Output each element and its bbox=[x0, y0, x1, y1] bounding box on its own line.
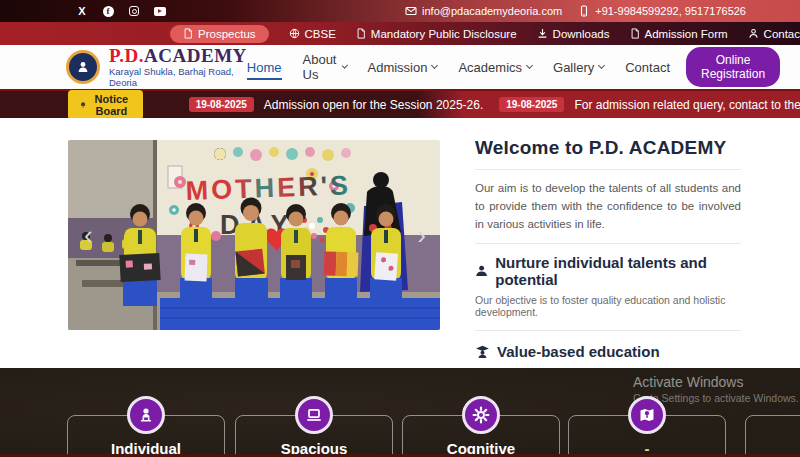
notice-ticker: 19-08-2025 Admission open for the Sessio… bbox=[189, 97, 800, 112]
feature-item: Nurture individual talents and potential… bbox=[475, 254, 741, 318]
prospectus-button[interactable]: Prospectus bbox=[170, 25, 269, 43]
phone-link[interactable]: +91-9984599292, 9517176526 bbox=[578, 5, 746, 17]
notice-date-badge: 19-08-2025 bbox=[499, 97, 564, 112]
notice-board-label: Notice Board bbox=[92, 93, 130, 117]
chevron-down-icon bbox=[526, 62, 533, 69]
youtube-icon[interactable] bbox=[154, 5, 166, 17]
document-icon bbox=[356, 28, 366, 39]
quick-links-bar: Prospectus CBSE Mandatory Public Disclos… bbox=[0, 22, 800, 45]
facilities-section: Activate Windows Go to Settings to activ… bbox=[0, 368, 800, 457]
main-nav: Home About Us Admission Academics Galler… bbox=[247, 52, 670, 82]
welcome-title: Welcome to P.D. ACADEMY bbox=[475, 137, 741, 159]
contact-info: info@pdacademydeoria.com +91-9984599292,… bbox=[405, 5, 746, 17]
feature-title: Nurture individual talents and potential bbox=[495, 254, 741, 288]
brand-text: P.D.ACADEMY Karayal Shukla, Barhaj Road,… bbox=[109, 46, 247, 89]
admission-form-label: Admission Form bbox=[645, 28, 728, 40]
notice-date-badge: 19-08-2025 bbox=[189, 97, 254, 112]
cbse-link[interactable]: CBSE bbox=[289, 28, 336, 40]
person-podium-icon bbox=[127, 396, 165, 434]
feature-title: Value-based education bbox=[497, 343, 660, 360]
school-address: Karayal Shukla, Barhaj Road, Deoria bbox=[109, 66, 247, 88]
envelope-icon bbox=[405, 5, 417, 17]
download-icon bbox=[537, 28, 548, 39]
school-logo bbox=[66, 50, 100, 84]
instagram-icon[interactable] bbox=[128, 5, 140, 17]
nav-about-us[interactable]: About Us bbox=[303, 52, 347, 82]
notice-board-button[interactable]: Notice Board bbox=[68, 90, 143, 120]
school-name-secondary: ACADEMY bbox=[144, 45, 247, 66]
chevron-down-icon bbox=[431, 62, 438, 69]
x-twitter-icon[interactable]: X bbox=[76, 5, 88, 17]
chevron-down-icon bbox=[342, 62, 348, 68]
divider bbox=[475, 330, 741, 331]
facility-card-cognitive[interactable]: Cognitive bbox=[402, 415, 560, 457]
feature-description: Our objective is to foster quality educa… bbox=[475, 294, 741, 318]
phone-text: +91-9984599292, 9517176526 bbox=[595, 5, 746, 17]
divider bbox=[475, 243, 741, 244]
nav-admission[interactable]: Admission bbox=[367, 60, 437, 75]
divider bbox=[475, 169, 741, 170]
contact-us-link[interactable]: Contact Us bbox=[748, 28, 800, 40]
contact-us-label: Contact Us bbox=[764, 28, 800, 40]
carousel-prev-button[interactable]: ‹ bbox=[84, 222, 93, 248]
admission-form-link[interactable]: Admission Form bbox=[630, 28, 728, 40]
prospectus-label: Prospectus bbox=[198, 28, 256, 40]
disclosure-label: Mandatory Public Disclosure bbox=[371, 28, 517, 40]
person-icon bbox=[748, 28, 759, 39]
notice-text: Admission open for the Session 2025-26. bbox=[264, 98, 483, 112]
document-icon bbox=[183, 28, 193, 39]
globe-icon bbox=[289, 28, 300, 39]
notice-item: 19-08-2025 For admission related query, … bbox=[499, 97, 800, 112]
mothers-day-photo: MOTHER'S DAY bbox=[68, 140, 440, 330]
watermark-title: Activate Windows bbox=[633, 374, 799, 390]
welcome-section: Welcome to P.D. ACADEMY Our aim is to de… bbox=[475, 137, 741, 390]
mobile-phone-icon bbox=[578, 5, 590, 17]
nav-home[interactable]: Home bbox=[247, 60, 282, 80]
facility-card-4[interactable]: - bbox=[568, 415, 726, 457]
carousel-next-button[interactable]: › bbox=[417, 222, 426, 248]
nav-gallery[interactable]: Gallery bbox=[553, 60, 604, 75]
notice-item: 19-08-2025 Admission open for the Sessio… bbox=[189, 97, 484, 112]
person-bust-icon bbox=[475, 264, 488, 278]
facility-card-partial[interactable] bbox=[745, 415, 800, 457]
gear-icon bbox=[462, 396, 500, 434]
facility-card-individual[interactable]: Individual bbox=[67, 415, 225, 457]
welcome-intro: Our aim is to develop the talents of all… bbox=[475, 180, 741, 233]
nav-contact[interactable]: Contact bbox=[625, 60, 670, 75]
site-header: P.D.ACADEMY Karayal Shukla, Barhaj Road,… bbox=[0, 45, 800, 91]
school-name: P.D.ACADEMY bbox=[109, 46, 247, 66]
chevron-down-icon bbox=[598, 62, 605, 69]
brand-logo-group[interactable]: P.D.ACADEMY Karayal Shukla, Barhaj Road,… bbox=[66, 46, 247, 89]
main-content: MOTHER'S DAY bbox=[0, 118, 800, 368]
notice-text: For admission related query, contact to … bbox=[574, 98, 800, 112]
cbse-label: CBSE bbox=[305, 28, 336, 40]
graduate-icon bbox=[475, 345, 490, 359]
mandatory-public-disclosure-link[interactable]: Mandatory Public Disclosure bbox=[356, 28, 517, 40]
laptop-icon bbox=[295, 396, 333, 434]
email-text: info@pdacademydeoria.com bbox=[422, 5, 562, 17]
facebook-icon[interactable]: f bbox=[102, 5, 114, 17]
page: X f info@pdacademydeoria.com +91-9984599… bbox=[0, 0, 800, 457]
downloads-link[interactable]: Downloads bbox=[537, 28, 610, 40]
social-links: X f bbox=[76, 5, 166, 17]
email-link[interactable]: info@pdacademydeoria.com bbox=[405, 5, 562, 17]
map-icon bbox=[628, 396, 666, 434]
top-contact-bar: X f info@pdacademydeoria.com +91-9984599… bbox=[0, 0, 800, 22]
facility-card-spacious[interactable]: Spacious bbox=[235, 415, 393, 457]
hero-carousel: MOTHER'S DAY bbox=[68, 140, 440, 330]
hero-caption-line1: MOTHER'S bbox=[185, 170, 351, 206]
logo-emblem-icon bbox=[75, 59, 91, 75]
school-name-primary: P.D. bbox=[109, 45, 144, 66]
bell-icon bbox=[80, 99, 86, 111]
document-icon bbox=[630, 28, 640, 39]
downloads-label: Downloads bbox=[553, 28, 610, 40]
nav-academics[interactable]: Academics bbox=[458, 60, 532, 75]
online-registration-button[interactable]: Online Registration bbox=[686, 47, 780, 87]
notice-bar: Notice Board 19-08-2025 Admission open f… bbox=[0, 91, 800, 118]
